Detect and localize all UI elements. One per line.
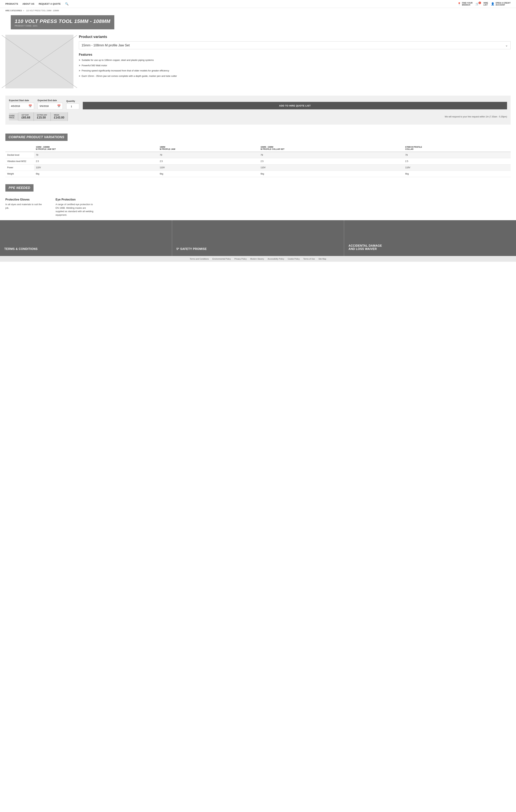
start-date-label: Expected Start date — [9, 99, 34, 102]
credit-account-button[interactable]: 👤 OPEN A CREDIT ACCOUNT — [491, 2, 511, 6]
table-cell: 2.5 — [158, 158, 259, 165]
guide-price-cell: GUIDE PRICE — [9, 113, 18, 120]
table-cell: 79 — [404, 152, 511, 158]
compare-header-col1: 18MM M PROFILE JAW — [158, 144, 259, 152]
product-image — [5, 35, 74, 88]
table-cell: 110V — [259, 165, 404, 171]
end-date-input[interactable] — [39, 105, 56, 108]
extra-day-label: EXTRA DAY — [37, 114, 47, 116]
row-label: Vibration level M/S2 — [5, 158, 34, 165]
main-nav: PRODUCTS ABOUT US REQUEST A QUOTE 🔍 📍 FI… — [0, 0, 516, 8]
footer-link-slavery[interactable]: Modern Slavery — [250, 258, 264, 260]
week-value: £143.00 — [54, 116, 64, 119]
features-title: Features — [79, 53, 511, 57]
footer-link-env[interactable]: Environmental Policy — [212, 258, 231, 260]
table-row: Power 110V 110V 110V 110V — [5, 165, 511, 171]
ppe-item-description: A range of certified eye protection to E… — [56, 203, 95, 216]
footer-link-tou[interactable]: Terms of Use — [303, 258, 315, 260]
end-date-field: Expected End date 📅 — [37, 99, 63, 109]
variant-dropdown[interactable]: 15mm - 108mm M profile Jaw Set ⌄ — [79, 41, 511, 49]
feature-text: Powerful 560 Watt motor — [82, 64, 107, 67]
table-cell: 6kg — [34, 171, 158, 177]
breadcrumb-current: 110 VOLT PRESS TOOL 15MM - 108MM — [26, 10, 59, 12]
search-icon[interactable]: 🔍 — [65, 2, 69, 5]
credit-account-line2: ACCOUNT — [495, 4, 511, 6]
footer-link-accessibility[interactable]: Accessibility Policy — [268, 258, 284, 260]
footer-panel-safety[interactable]: 5* SAFETY PROMISE — [172, 220, 344, 256]
footer-link-cookie[interactable]: Cookie Policy — [288, 258, 300, 260]
compare-header-col0: 15MM - 108MM M PROFILE JAW SET — [34, 144, 158, 152]
hire-list-button[interactable]: 🛒 1 HIRE LIST — [476, 2, 488, 6]
table-cell: 6kg — [259, 171, 404, 177]
nav-products[interactable]: PRODUCTS — [5, 3, 18, 5]
quantity-label: Quantity — [66, 100, 79, 103]
table-row: Decibel level 79 79 79 79 — [5, 152, 511, 158]
feature-text: Suitable for use up to 108mm copper, ste… — [82, 58, 154, 62]
find-branch-line2: BRANCH — [462, 4, 473, 6]
table-cell: 79 — [34, 152, 158, 158]
find-branch-line1: FIND YOUR — [462, 2, 473, 4]
account-icon: 👤 — [491, 2, 495, 5]
footer-panel-title: 5* SAFETY PROMISE — [176, 248, 340, 251]
footer-panel-terms[interactable]: TERMS & CONDITIONS — [0, 220, 172, 256]
compare-header-empty — [5, 144, 34, 152]
week-cell: WEEK £143.00 — [51, 112, 68, 121]
nav-right: 📍 FIND YOUR BRANCH 🛒 1 HIRE LIST 👤 OPEN … — [457, 2, 511, 6]
start-date-input[interactable] — [11, 105, 27, 108]
quantity-field: Quantity — [66, 100, 79, 109]
compare-section-title: COMPARE PRODUCT VARIATIONS — [8, 135, 64, 139]
table-cell: 110V — [158, 165, 259, 171]
compare-section: COMPARE PRODUCT VARIATIONS 15MM - 108MM … — [0, 128, 516, 181]
extra-day-value: £15.50 — [37, 116, 47, 119]
ppe-item-title: Protective Gloves — [5, 198, 45, 201]
row-label: Weight — [5, 171, 34, 177]
compare-section-banner: COMPARE PRODUCT VARIATIONS — [5, 134, 67, 141]
add-to-quote-button[interactable]: ADD TO HIRE QUOTE LIST — [83, 102, 507, 109]
ppe-item-description: In all styes and materials to suit the j… — [5, 203, 45, 210]
table-row: Weight 6kg 6kg 6kg 6kg — [5, 171, 511, 177]
guide-price-label2: PRICE — [9, 117, 15, 119]
ppe-items: Protective Gloves In all styes and mater… — [5, 198, 511, 216]
table-cell: 2.5 — [404, 158, 511, 165]
find-branch-button[interactable]: 📍 FIND YOUR BRANCH — [457, 2, 473, 6]
feature-list: Suitable for use up to 108mm copper, ste… — [79, 58, 511, 78]
footer-link-terms[interactable]: Terms and Conditions — [190, 258, 209, 260]
table-cell: 6kg — [158, 171, 259, 177]
booking-section: Expected Start date 📅 Expected End date … — [5, 95, 511, 124]
compare-header-col3: 67MM M PROFILE COLLAR — [404, 144, 511, 152]
breadcrumb-parent[interactable]: HIRE CATEGORIES — [5, 10, 22, 12]
pricing-table: GUIDE PRICE 1ST DAY £65.68 EXTRA DAY £15… — [9, 112, 68, 121]
footer-link-privacy[interactable]: Privacy Policy — [234, 258, 247, 260]
ppe-section: PPE NEEDED Protective Gloves In all stye… — [0, 181, 516, 220]
ppe-item-eye: Eye Protection A range of certified eye … — [56, 198, 95, 216]
feature-text: Each 15mm - 35mm jaw set comes complete … — [82, 74, 177, 78]
product-info: Product variants 15mm - 108mm M profile … — [79, 35, 511, 88]
list-item: Pressing speed significantly increased f… — [79, 69, 511, 72]
footer-link-sitemap[interactable]: Site Map — [318, 258, 326, 260]
footer-panel-damage[interactable]: ACCIDENTAL DAMAGE AND LOSS WAIVER — [344, 220, 516, 256]
nav-quote[interactable]: REQUEST A QUOTE — [39, 3, 61, 5]
extra-day-cell: EXTRA DAY £15.50 — [34, 112, 51, 121]
feature-text: Pressing speed significantly increased f… — [82, 69, 169, 72]
calendar-icon[interactable]: 📅 — [28, 104, 32, 108]
product-variants-title: Product variants — [79, 35, 511, 39]
product-code: PRODUCT CODE: 2231 — [15, 25, 110, 27]
week-label: WEEK — [54, 114, 64, 116]
table-cell: 79 — [259, 152, 404, 158]
ppe-section-banner: PPE NEEDED — [5, 184, 33, 192]
row-label: Power — [5, 165, 34, 171]
page-title-banner: 110 VOLT PRESS TOOL 15MM - 108MM PRODUCT… — [11, 15, 114, 29]
end-date-label: Expected End date — [37, 99, 63, 102]
hire-list-line1: HIRE — [483, 2, 488, 4]
list-item: Suitable for use up to 108mm copper, ste… — [79, 58, 511, 62]
credit-account-line1: OPEN A CREDIT — [495, 2, 511, 4]
first-day-cell: 1ST DAY £65.68 — [18, 112, 34, 121]
start-date-field: Expected Start date 📅 — [9, 99, 34, 109]
calendar-icon[interactable]: 📅 — [57, 104, 61, 108]
compare-table: 15MM - 108MM M PROFILE JAW SET 18MM M PR… — [5, 144, 511, 177]
table-cell: 79 — [158, 152, 259, 158]
page-title: 110 VOLT PRESS TOOL 15MM - 108MM — [15, 19, 110, 24]
nav-about[interactable]: ABOUT US — [22, 3, 34, 5]
quantity-input[interactable] — [68, 105, 77, 108]
footer-panels: TERMS & CONDITIONS 5* SAFETY PROMISE ACC… — [0, 220, 516, 256]
